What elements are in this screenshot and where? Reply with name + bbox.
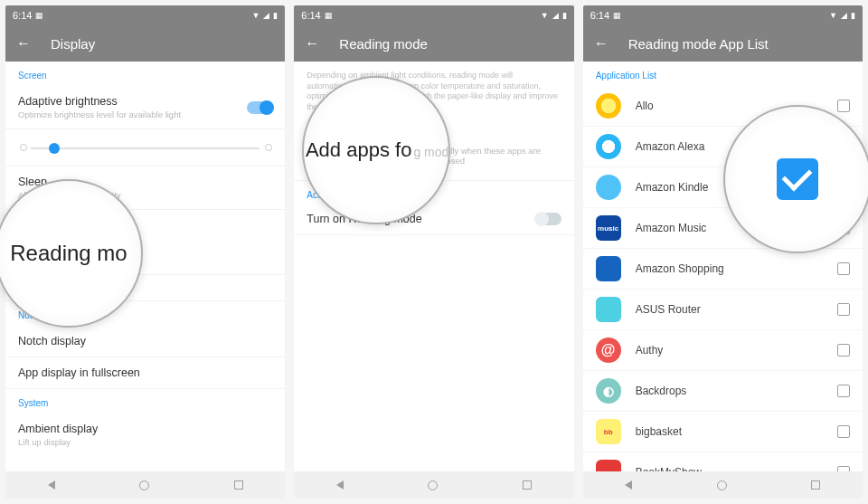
app-checkbox[interactable] xyxy=(837,425,850,438)
app-icon: bb xyxy=(596,419,621,444)
app-row[interactable]: bbbigbasket xyxy=(583,412,863,452)
app-checkbox[interactable] xyxy=(837,344,850,357)
row-title: App display in fullscreen xyxy=(18,366,272,379)
app-checkbox[interactable] xyxy=(837,385,850,397)
status-bar: 6:14 ▦ ▼ ◢ ▮ xyxy=(5,5,285,25)
app-icon xyxy=(596,256,621,281)
battery-icon: ▮ xyxy=(851,11,855,20)
app-bar-title: Reading mode App List xyxy=(628,36,769,52)
back-icon[interactable]: ← xyxy=(305,35,323,52)
notification-icon: ▦ xyxy=(613,11,621,20)
brightness-slider[interactable] xyxy=(5,129,285,166)
app-row[interactable]: Amazon Shopping xyxy=(583,249,863,290)
status-bar: 6:14 ▦ ▼ ◢ ▮ xyxy=(583,5,863,25)
nav-home-icon[interactable] xyxy=(428,480,438,490)
signal-icon: ◢ xyxy=(552,11,559,20)
wifi-icon: ▼ xyxy=(541,11,549,20)
nav-home-icon[interactable] xyxy=(717,480,727,490)
app-icon: my xyxy=(596,460,621,471)
row-title: Adaptive brightness xyxy=(18,95,272,108)
magnifier-checkbox xyxy=(723,105,868,253)
toggle-adaptive[interactable] xyxy=(247,101,272,114)
signal-icon: ◢ xyxy=(841,11,847,20)
app-row[interactable]: @Authy xyxy=(583,330,863,371)
row-notch-display[interactable]: Notch display xyxy=(5,326,285,357)
status-time: 6:14 xyxy=(13,10,32,21)
app-name: Amazon Shopping xyxy=(636,262,837,275)
app-icon xyxy=(596,297,621,322)
signal-icon: ◢ xyxy=(263,11,269,20)
row-fullscreen[interactable]: App display in fullscreen xyxy=(5,357,285,389)
magnifier-text: Reading mo xyxy=(10,241,127,266)
magnifier-reading-mode: Reading mo xyxy=(0,179,143,328)
app-row[interactable]: ◐Backdrops xyxy=(583,371,863,412)
row-title: Ambient display xyxy=(18,423,272,435)
wifi-icon: ▼ xyxy=(829,11,837,20)
row-adaptive-brightness[interactable]: Adaptive brightness Optimize brightness … xyxy=(5,86,285,129)
app-row[interactable]: myBookMyShow xyxy=(583,452,863,471)
row-sub: Lift up display xyxy=(18,437,272,447)
app-icon xyxy=(596,93,621,119)
app-bar: ← Reading mode App List xyxy=(583,25,863,62)
nav-home-icon[interactable] xyxy=(139,480,149,490)
nav-bar xyxy=(5,471,285,499)
app-name: ASUS Router xyxy=(636,303,837,316)
app-bar: ← Reading mode xyxy=(294,25,573,62)
nav-recent-icon[interactable] xyxy=(811,480,820,490)
status-bar: 6:14 ▦ ▼ ◢ ▮ xyxy=(294,5,573,25)
phone-app-list: 6:14 ▦ ▼ ◢ ▮ ← Reading mode App List App… xyxy=(583,5,863,499)
section-screen: Screen xyxy=(5,62,285,86)
nav-back-icon[interactable] xyxy=(625,480,632,490)
toggle-reading-mode[interactable] xyxy=(536,213,561,225)
app-icon: music xyxy=(596,215,621,241)
app-name: bigbasket xyxy=(636,425,837,438)
app-checkbox[interactable] xyxy=(837,100,850,112)
app-name: Backdrops xyxy=(636,385,837,397)
nav-bar xyxy=(583,471,863,499)
nav-back-icon[interactable] xyxy=(336,480,344,490)
app-bar-title: Display xyxy=(51,36,95,52)
checkbox-checked-icon xyxy=(777,158,818,200)
notification-icon: ▦ xyxy=(325,11,333,20)
app-icon xyxy=(596,134,621,159)
brightness-low-icon xyxy=(20,144,27,151)
app-checkbox[interactable] xyxy=(837,262,850,275)
row-sub: Optimize brightness level for available … xyxy=(18,109,272,119)
back-icon[interactable]: ← xyxy=(16,35,34,52)
row-ambient[interactable]: Ambient display Lift up display xyxy=(5,414,285,456)
slider-thumb[interactable] xyxy=(49,143,60,154)
nav-back-icon[interactable] xyxy=(48,480,55,490)
magnifier-add-apps: Add apps fog mode xyxy=(302,76,450,224)
brightness-high-icon xyxy=(265,144,272,151)
wifi-icon: ▼ xyxy=(251,11,259,20)
battery-icon: ▮ xyxy=(562,11,567,20)
battery-icon: ▮ xyxy=(273,11,278,20)
notification-icon: ▦ xyxy=(35,11,43,20)
app-bar: ← Display xyxy=(5,25,285,62)
app-icon: ◐ xyxy=(596,378,621,404)
phone-reading-mode: 6:14 ▦ ▼ ◢ ▮ ← Reading mode Depending on… xyxy=(294,5,573,499)
app-bar-title: Reading mode xyxy=(339,36,428,52)
app-checkbox[interactable] xyxy=(837,303,850,316)
section-system: System xyxy=(5,389,285,414)
status-time: 6:14 xyxy=(590,10,609,21)
back-icon[interactable]: ← xyxy=(594,35,612,52)
nav-recent-icon[interactable] xyxy=(234,480,243,490)
app-icon xyxy=(596,175,621,200)
magnifier-text: Add apps fog mode xyxy=(302,138,450,162)
nav-recent-icon[interactable] xyxy=(523,480,532,490)
status-time: 6:14 xyxy=(301,10,320,21)
row-title: Notch display xyxy=(18,335,272,347)
app-row[interactable]: ASUS Router xyxy=(583,290,863,330)
nav-bar xyxy=(294,471,573,499)
app-name: Authy xyxy=(636,344,837,357)
app-icon: @ xyxy=(596,338,621,363)
section-app-list: Application List xyxy=(583,62,863,86)
